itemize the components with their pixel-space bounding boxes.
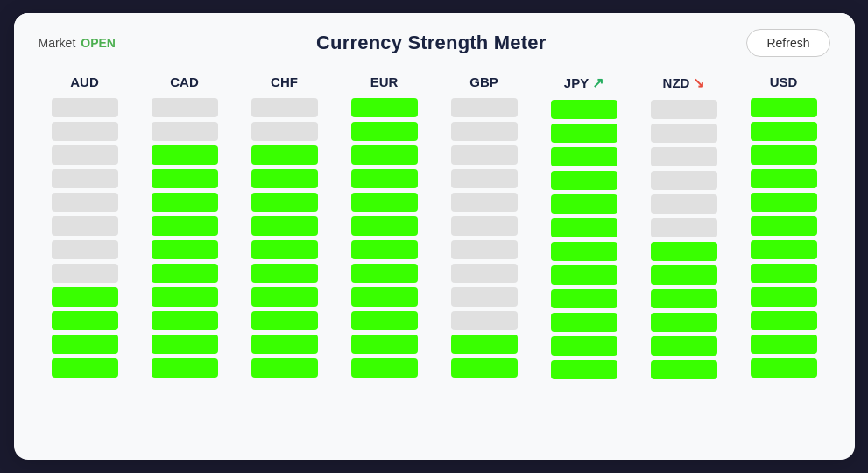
currency-code-eur: EUR	[370, 74, 399, 89]
bar-chf-9	[251, 311, 318, 330]
bar-nzd-2	[651, 147, 717, 166]
bar-nzd-6	[651, 242, 717, 261]
bar-chf-7	[251, 264, 318, 283]
bar-jpy-8	[551, 289, 617, 308]
bar-chf-11	[251, 358, 318, 378]
bar-aud-4	[52, 193, 118, 212]
bar-usd-6	[751, 240, 817, 259]
bars-stack-jpy	[549, 100, 619, 379]
currency-code-gbp: GBP	[469, 74, 498, 89]
bar-gbp-9	[451, 311, 518, 330]
bar-chf-5	[251, 216, 318, 236]
bar-nzd-3	[651, 171, 717, 190]
bar-usd-0	[751, 98, 817, 117]
bar-aud-7	[52, 264, 118, 283]
bar-usd-9	[751, 311, 817, 330]
bar-jpy-0	[551, 100, 617, 119]
currency-label-jpy: JPY↗	[564, 74, 603, 91]
bar-nzd-9	[651, 313, 717, 332]
bar-eur-4	[351, 193, 418, 212]
bar-cad-11	[152, 358, 218, 378]
bar-usd-2	[751, 145, 817, 165]
bar-gbp-4	[451, 193, 518, 212]
bar-gbp-10	[451, 335, 518, 354]
bar-cad-5	[152, 216, 218, 236]
bar-chf-8	[251, 287, 318, 307]
bar-aud-11	[52, 358, 118, 378]
bar-eur-3	[351, 169, 418, 188]
currency-col-jpy: JPY↗	[540, 74, 628, 379]
currencies-grid: AUDCADCHFEURGBPJPY↗NZD↘USD	[14, 66, 855, 400]
refresh-button[interactable]: Refresh	[746, 29, 829, 57]
bar-nzd-8	[651, 289, 717, 308]
bar-eur-10	[351, 335, 418, 354]
bar-eur-0	[351, 98, 418, 117]
bar-usd-1	[751, 122, 817, 141]
bar-chf-2	[251, 145, 318, 165]
bar-jpy-6	[551, 242, 617, 261]
currency-col-usd: USD	[740, 74, 828, 379]
bar-nzd-10	[651, 336, 717, 356]
currency-code-aud: AUD	[70, 74, 99, 89]
bar-jpy-4	[551, 194, 617, 214]
bar-usd-4	[751, 193, 817, 212]
currency-code-nzd: NZD	[663, 75, 690, 90]
bar-eur-9	[351, 311, 418, 330]
bar-eur-7	[351, 264, 418, 283]
bar-chf-4	[251, 193, 318, 212]
bar-gbp-11	[451, 358, 518, 378]
bar-cad-6	[152, 240, 218, 259]
bar-aud-3	[52, 169, 118, 188]
bar-eur-8	[351, 287, 418, 307]
currency-col-gbp: GBP	[441, 74, 528, 379]
bar-jpy-7	[551, 265, 617, 285]
bar-jpy-1	[551, 124, 617, 143]
bar-usd-3	[751, 169, 817, 188]
bar-cad-8	[152, 287, 218, 307]
bar-cad-0	[152, 98, 218, 117]
bars-stack-cad	[150, 98, 220, 378]
bar-usd-10	[751, 335, 817, 354]
bars-stack-nzd	[649, 100, 719, 379]
bar-eur-2	[351, 145, 418, 165]
bar-cad-9	[152, 311, 218, 330]
currency-code-jpy: JPY	[564, 75, 589, 90]
main-card: Market OPEN Currency Strength Meter Refr…	[14, 13, 855, 460]
bars-stack-aud	[50, 98, 120, 378]
currency-label-gbp: GBP	[469, 74, 498, 89]
bar-gbp-1	[451, 122, 518, 141]
currency-label-usd: USD	[770, 74, 798, 89]
bar-aud-5	[52, 216, 118, 236]
bar-nzd-11	[651, 360, 717, 379]
bar-usd-8	[751, 287, 817, 307]
market-open-badge: OPEN	[81, 36, 116, 50]
market-status: Market OPEN	[39, 36, 116, 50]
bar-gbp-2	[451, 145, 518, 165]
bar-jpy-5	[551, 218, 617, 237]
currency-label-aud: AUD	[70, 74, 99, 89]
bar-aud-2	[52, 145, 118, 165]
trend-up-icon: ↗	[592, 74, 603, 91]
currency-col-cad: CAD	[141, 74, 229, 379]
bar-aud-8	[52, 287, 118, 307]
trend-down-icon: ↘	[693, 74, 704, 91]
bar-aud-9	[52, 311, 118, 330]
currency-col-aud: AUD	[41, 74, 129, 379]
bar-cad-4	[152, 193, 218, 212]
bar-aud-1	[52, 122, 118, 141]
bar-jpy-3	[551, 171, 617, 190]
bar-gbp-0	[451, 98, 518, 117]
bar-eur-5	[351, 216, 418, 236]
bar-nzd-1	[651, 124, 717, 143]
bars-stack-usd	[749, 98, 819, 378]
bar-cad-10	[152, 335, 218, 354]
currency-col-chf: CHF	[241, 74, 328, 379]
header: Market OPEN Currency Strength Meter Refr…	[14, 13, 855, 66]
bar-chf-3	[251, 169, 318, 188]
bar-chf-0	[251, 98, 318, 117]
bar-nzd-7	[651, 265, 717, 285]
page-title: Currency Strength Meter	[316, 32, 547, 54]
bar-jpy-2	[551, 147, 617, 166]
currency-label-cad: CAD	[170, 74, 199, 89]
bar-aud-6	[52, 240, 118, 259]
